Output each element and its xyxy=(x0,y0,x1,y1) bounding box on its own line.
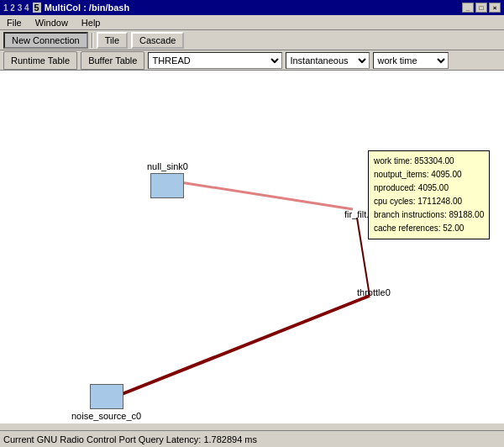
menu-help[interactable]: Help xyxy=(78,18,104,28)
tooltip-line-2: noutput_items: 4095.00 xyxy=(374,168,484,181)
tab-buffer-table[interactable]: Buffer Table xyxy=(81,51,144,70)
menu-window[interactable]: Window xyxy=(32,18,71,28)
status-bar: Current GNU Radio Control Port Query Lat… xyxy=(0,430,504,447)
title-numbers: 1 2 3 4 xyxy=(3,3,29,13)
tooltip-line-6: cache references: 52.00 xyxy=(374,222,484,235)
thread-select[interactable]: THREAD xyxy=(148,52,282,69)
tile-button[interactable]: Tile xyxy=(97,32,128,49)
controls-bar: Runtime Table Buffer Table THREAD Instan… xyxy=(0,50,504,71)
node-null-sink[interactable]: null_sink0 xyxy=(147,161,188,198)
status-text: Current GNU Radio Control Port Query Lat… xyxy=(3,434,257,444)
title-active-num: 5 xyxy=(33,3,41,13)
menu-file[interactable]: File xyxy=(3,18,25,28)
noise-source-label: noise_source_c0 xyxy=(71,411,141,421)
title-bar: 1 2 3 4 5 MultiCol : /bin/bash _ □ × xyxy=(0,0,504,15)
toolbar: New Connection Tile Cascade xyxy=(0,30,504,50)
svg-line-0 xyxy=(181,182,353,209)
noise-source-box xyxy=(90,384,123,409)
minimize-button[interactable]: _ xyxy=(462,3,474,13)
title-label: MultiCol : /bin/bash xyxy=(45,3,129,13)
null-sink-box xyxy=(150,173,184,198)
svg-line-1 xyxy=(105,296,370,401)
title-bar-controls: _ □ × xyxy=(462,3,501,13)
throttle-label: throttle0 xyxy=(357,287,391,297)
title-bar-left: 1 2 3 4 5 MultiCol : /bin/bash xyxy=(3,3,129,13)
tooltip-box: work time: 853304.00 noutput_items: 4095… xyxy=(368,150,490,239)
menu-bar: File Window Help xyxy=(0,15,504,30)
node-noise-source[interactable]: noise_source_c0 xyxy=(71,384,141,421)
toolbar-separator xyxy=(92,33,93,48)
mode-select[interactable]: Instantaneous xyxy=(286,52,370,69)
maximize-button[interactable]: □ xyxy=(475,3,487,13)
new-connection-button[interactable]: New Connection xyxy=(3,32,88,49)
tooltip-line-1: work time: 853304.00 xyxy=(374,155,484,168)
tooltip-line-4: cpu cycles: 1711248.00 xyxy=(374,195,484,208)
tab-runtime-table[interactable]: Runtime Table xyxy=(3,51,77,70)
canvas-area: null_sink0 fir_filt... throttle0 noise_s… xyxy=(0,71,504,423)
close-button[interactable]: × xyxy=(489,3,501,13)
null-sink-label-top: null_sink0 xyxy=(147,161,188,171)
graph-svg xyxy=(0,71,504,423)
metric-select[interactable]: work time xyxy=(373,52,449,69)
cascade-button[interactable]: Cascade xyxy=(131,32,184,49)
tooltip-line-5: branch instructions: 89188.00 xyxy=(374,208,484,222)
tooltip-line-3: nproduced: 4095.00 xyxy=(374,181,484,195)
